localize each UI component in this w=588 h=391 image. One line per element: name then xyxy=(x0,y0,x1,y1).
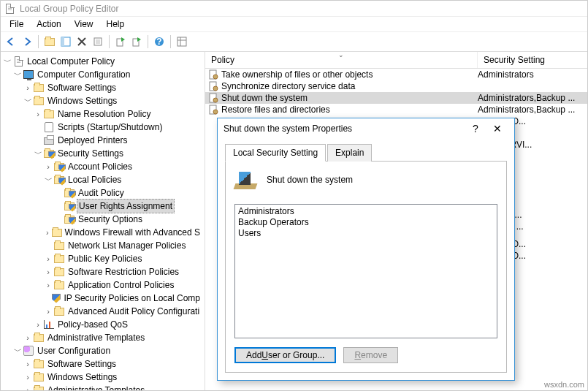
expand-toggle[interactable]: › xyxy=(43,226,52,239)
svg-rect-1 xyxy=(61,37,64,46)
shield-folder-icon xyxy=(64,213,75,225)
tree-aapc[interactable]: › Advanced Audit Policy Configurati xyxy=(1,305,205,318)
expand-toggle[interactable]: › xyxy=(43,265,53,278)
tree-pane[interactable]: ﹀ Local Computer Policy ﹀ Computer Confi… xyxy=(1,52,205,390)
policy-row[interactable]: Synchronize directory service data xyxy=(205,80,587,92)
svg-point-18 xyxy=(213,98,218,102)
tree-name-resolution[interactable]: › Name Resolution Policy xyxy=(1,107,205,121)
tree-label: Windows Settings xyxy=(46,371,118,384)
menu-view[interactable]: View xyxy=(69,18,99,31)
shield-folder-icon xyxy=(53,174,65,186)
expand-toggle[interactable]: › xyxy=(43,252,53,265)
expand-toggle[interactable]: › xyxy=(43,305,53,318)
policy-row[interactable]: Restore files and directoriesAdministrat… xyxy=(205,104,587,115)
dialog-close-button[interactable]: ✕ xyxy=(486,123,508,134)
tree-uc-software[interactable]: › Software Settings xyxy=(1,357,205,371)
expand-toggle[interactable]: ﹀ xyxy=(33,147,43,160)
tree-root[interactable]: ﹀ Local Computer Policy xyxy=(1,55,205,68)
expand-toggle[interactable]: › xyxy=(23,357,33,371)
tree-uc-admin[interactable]: › Administrative Templates xyxy=(1,384,205,390)
policy-row[interactable]: Take ownership of files or other objects… xyxy=(205,69,587,80)
expand-toggle[interactable]: ﹀ xyxy=(23,94,33,107)
folder-icon xyxy=(33,358,45,370)
tree-firewall[interactable]: › Windows Firewall with Advanced S xyxy=(1,226,205,239)
folder-icon xyxy=(53,279,65,291)
tree-account-policies[interactable]: › Account Policies xyxy=(1,160,205,173)
tree-scripts[interactable]: Scripts (Startup/Shutdown) xyxy=(1,121,205,134)
policy-setting: Administrators,Backup ... xyxy=(478,93,587,103)
expand-toggle[interactable]: › xyxy=(23,371,33,384)
watermark: wsxdn.com xyxy=(544,380,584,389)
members-listbox[interactable]: AdministratorsBackup OperatorsUsers xyxy=(234,204,497,338)
tab-local-security[interactable]: Local Security Setting xyxy=(225,144,326,162)
filter-button[interactable] xyxy=(129,34,144,49)
export-button[interactable] xyxy=(113,34,128,49)
tree-qos[interactable]: › Policy-based QoS xyxy=(1,318,205,331)
expand-toggle[interactable]: › xyxy=(33,107,43,121)
expand-toggle[interactable]: ﹀ xyxy=(12,68,23,81)
tree-label: Advanced Audit Policy Configurati xyxy=(66,305,201,318)
tree-label: Local Computer Policy xyxy=(26,55,116,68)
tree-label: Security Options xyxy=(77,213,144,226)
tree-audit-policy[interactable]: Audit Policy xyxy=(1,186,205,200)
show-tree-button[interactable] xyxy=(58,34,73,49)
tree-srp[interactable]: › Software Restriction Policies xyxy=(1,265,205,278)
help-button[interactable]: ? xyxy=(152,34,167,49)
tree-cc-admin[interactable]: › Administrative Templates xyxy=(1,331,205,344)
menu-help[interactable]: Help xyxy=(101,18,131,31)
tree-printers[interactable]: Deployed Printers xyxy=(1,134,205,147)
properties-button[interactable] xyxy=(91,34,105,49)
tree-acp[interactable]: › Application Control Policies xyxy=(1,278,205,292)
toolbar-separator xyxy=(170,35,171,48)
column-label: Security Setting xyxy=(484,55,545,65)
shield-folder-icon xyxy=(53,161,65,172)
dialog-help-button[interactable]: ? xyxy=(465,123,486,134)
expand-toggle[interactable]: › xyxy=(23,331,33,344)
list-view-button[interactable] xyxy=(175,34,189,49)
tree-ipsec[interactable]: IP Security Policies on Local Comp xyxy=(1,292,205,305)
nav-forward-button[interactable] xyxy=(20,34,34,49)
tab-explain[interactable]: Explain xyxy=(327,144,372,162)
tree-user-config[interactable]: ﹀ User Configuration xyxy=(1,344,205,357)
column-policy[interactable]: Policy ⌄ xyxy=(205,52,478,68)
tree-local-policies[interactable]: ﹀ Local Policies xyxy=(1,173,205,186)
policy-row[interactable]: Shut down the systemAdministrators,Backu… xyxy=(205,92,587,104)
tree-label: Policy-based QoS xyxy=(56,318,129,331)
tree-uc-windows[interactable]: › Windows Settings xyxy=(1,371,205,384)
expand-toggle[interactable]: ﹀ xyxy=(43,173,53,186)
expand-toggle[interactable]: › xyxy=(43,278,53,292)
up-level-button[interactable] xyxy=(42,34,57,49)
expand-toggle[interactable]: ﹀ xyxy=(2,55,12,68)
expand-toggle[interactable]: › xyxy=(23,384,33,390)
tree-security-settings[interactable]: ﹀ Security Settings xyxy=(1,147,205,160)
menu-file[interactable]: File xyxy=(4,18,29,31)
main-body: ﹀ Local Computer Policy ﹀ Computer Confi… xyxy=(1,52,587,390)
expand-toggle[interactable]: › xyxy=(43,160,53,173)
column-security-setting[interactable]: Security Setting xyxy=(478,52,587,68)
tree-security-options[interactable]: Security Options xyxy=(1,213,205,226)
tree-cc-software[interactable]: › Software Settings xyxy=(1,81,205,94)
tree-label: Windows Settings xyxy=(46,94,118,107)
tree-nlmp[interactable]: Network List Manager Policies xyxy=(1,239,205,252)
add-user-group-button[interactable]: Add User or Group... xyxy=(234,347,336,363)
tree-pkp[interactable]: › Public Key Policies xyxy=(1,252,205,265)
expand-toggle[interactable]: › xyxy=(23,81,33,94)
remove-button[interactable]: Remove xyxy=(343,347,398,363)
member-item[interactable]: Users xyxy=(238,228,494,239)
menu-action[interactable]: Action xyxy=(31,18,66,31)
tree-computer-config[interactable]: ﹀ Computer Configuration xyxy=(1,68,205,81)
toolbar-separator xyxy=(109,35,110,48)
folder-icon xyxy=(33,332,45,343)
delete-button[interactable] xyxy=(75,34,89,49)
member-item[interactable]: Administrators xyxy=(238,206,494,217)
nav-back-button[interactable] xyxy=(4,34,18,49)
tree-user-rights-assignment[interactable]: User Rights Assignment xyxy=(1,200,205,213)
member-item[interactable]: Backup Operators xyxy=(238,217,494,228)
policy-name: Restore files and directories xyxy=(221,105,478,115)
tree-cc-windows[interactable]: ﹀ Windows Settings xyxy=(1,94,205,107)
dialog-titlebar[interactable]: Shut down the system Properties ? ✕ xyxy=(218,118,514,139)
tree-label: Network List Manager Policies xyxy=(66,239,187,252)
expand-toggle[interactable]: › xyxy=(33,318,43,331)
tree-label: Deployed Printers xyxy=(56,134,129,147)
expand-toggle[interactable]: ﹀ xyxy=(12,344,23,357)
